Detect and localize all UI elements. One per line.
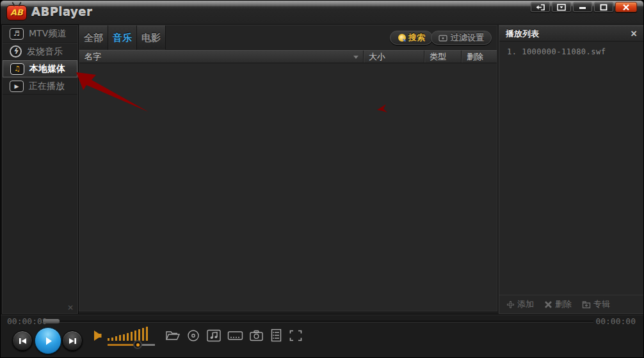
music-box-icon	[206, 329, 221, 342]
search-button[interactable]: 搜索	[390, 31, 433, 45]
list-icon	[270, 329, 283, 342]
playlist-close-icon[interactable]: ×	[630, 26, 638, 41]
sidebar: ♬ MTV频道 ϟ 发烧音乐 ♫ 本地媒体 ▶ 正在播放 ×	[2, 25, 78, 314]
mini-mode-button[interactable]	[552, 2, 571, 12]
playlist-add-button[interactable]: 添加	[506, 299, 534, 310]
bottom-toolbar	[165, 329, 303, 342]
previous-track-button[interactable]	[12, 331, 33, 351]
volume-level-bars[interactable]	[108, 326, 152, 341]
playlist-header: 播放列表 ×	[499, 26, 643, 42]
seek-bar[interactable]	[42, 320, 593, 323]
disc-icon	[186, 329, 200, 342]
next-track-button[interactable]	[62, 331, 83, 351]
playlist-panel: 播放列表 × 1. 1000000-11080.swf 添加 删除	[499, 25, 644, 314]
maximize-icon	[600, 4, 608, 11]
playlist-album-button[interactable]: 专辑	[582, 299, 610, 310]
volume-slider[interactable]	[108, 344, 155, 346]
column-name-label: 名字	[85, 52, 101, 61]
music-library-button[interactable]	[206, 329, 221, 342]
sidebar-item-hifi-music[interactable]: ϟ 发烧音乐	[3, 43, 77, 60]
sidebar-collapse-icon[interactable]: ×	[67, 303, 74, 312]
playlist-add-label: 添加	[517, 299, 534, 310]
previous-icon	[17, 336, 28, 346]
delete-icon	[544, 300, 552, 309]
play-icon	[42, 335, 54, 347]
snapshot-button[interactable]	[249, 329, 264, 342]
sidebar-item-now-playing[interactable]: ▶ 正在播放	[3, 77, 77, 95]
music-notes-icon: ♬	[10, 28, 24, 40]
mini-lyrics-button[interactable]	[227, 329, 243, 342]
category-tab-bar: 全部 音乐 电影 搜索 过滤设置	[79, 26, 497, 50]
now-playing-icon: ▶	[10, 81, 24, 92]
flash-icon: ϟ	[10, 45, 22, 58]
keyboard-icon	[227, 329, 243, 342]
next-icon	[67, 336, 78, 346]
column-header-size[interactable]: 大小	[363, 51, 424, 63]
close-icon	[622, 4, 630, 11]
minimize-button[interactable]	[573, 2, 592, 12]
column-header-name[interactable]: 名字	[79, 51, 363, 63]
filter-settings-icon	[439, 35, 447, 42]
maximize-button[interactable]	[594, 2, 613, 12]
boss-key-icon	[535, 4, 545, 11]
close-button[interactable]	[615, 2, 637, 12]
app-title: ABPlayer	[31, 5, 92, 19]
sort-dropdown-icon[interactable]	[353, 56, 358, 59]
speaker-icon[interactable]	[93, 329, 104, 343]
player-control-bar: 00:00:00 00:00:00	[1, 314, 643, 358]
volume-handle[interactable]	[133, 340, 142, 349]
search-icon	[398, 34, 405, 42]
seek-handle[interactable]	[43, 319, 60, 323]
column-header-type[interactable]: 类型	[424, 51, 461, 63]
fullscreen-icon	[289, 329, 303, 342]
search-label: 搜索	[408, 32, 425, 43]
playlist-delete-label: 删除	[555, 299, 572, 310]
camera-icon	[249, 329, 264, 342]
play-button[interactable]	[35, 327, 61, 354]
boss-key-button[interactable]	[531, 2, 550, 12]
tab-movies[interactable]: 电影	[137, 26, 166, 50]
open-file-button[interactable]	[165, 329, 181, 342]
playlist-items: 1. 1000000-11080.swf	[499, 42, 643, 56]
local-media-note-icon: ♫	[10, 63, 24, 75]
playlist-item[interactable]: 1. 1000000-11080.swf	[499, 47, 643, 56]
playlist-album-label: 专辑	[593, 299, 610, 310]
sidebar-item-mtv-channel[interactable]: ♬ MTV频道	[3, 26, 77, 43]
file-table-header: 名字 大小 类型 删除	[79, 50, 497, 63]
open-disc-button[interactable]	[186, 329, 200, 342]
filter-settings-button[interactable]: 过滤设置	[431, 31, 492, 45]
filter-settings-label: 过滤设置	[451, 32, 484, 43]
add-icon	[506, 300, 515, 309]
playlist-toggle-button[interactable]	[270, 329, 283, 342]
abplayer-window: AB ABPlayer	[0, 0, 644, 358]
total-time: 00:00:00	[595, 316, 636, 326]
sidebar-item-label: 本地媒体	[29, 63, 65, 75]
window-controls	[531, 2, 637, 12]
playlist-footer: 添加 删除 专辑	[499, 295, 643, 313]
sidebar-item-label: 发烧音乐	[27, 46, 63, 58]
minimize-icon	[579, 4, 586, 10]
media-library-panel: 全部 音乐 电影 搜索 过滤设置 名字 大小 类型 删除	[79, 25, 497, 311]
tab-music[interactable]: 音乐	[108, 26, 137, 50]
title-bar[interactable]: AB ABPlayer	[1, 1, 643, 24]
app-logo-icon: AB	[6, 5, 27, 20]
column-header-delete[interactable]: 删除	[461, 51, 497, 63]
mini-mode-icon	[557, 4, 566, 11]
sidebar-item-label: 正在播放	[29, 81, 65, 92]
sidebar-item-local-media[interactable]: ♫ 本地媒体	[3, 60, 77, 77]
sidebar-item-label: MTV频道	[29, 28, 66, 40]
open-folder-icon	[165, 329, 181, 342]
album-icon	[582, 300, 591, 309]
playlist-title: 播放列表	[499, 29, 539, 38]
tab-all[interactable]: 全部	[79, 26, 108, 50]
fullscreen-button[interactable]	[289, 329, 303, 342]
playlist-delete-button[interactable]: 删除	[544, 299, 572, 310]
